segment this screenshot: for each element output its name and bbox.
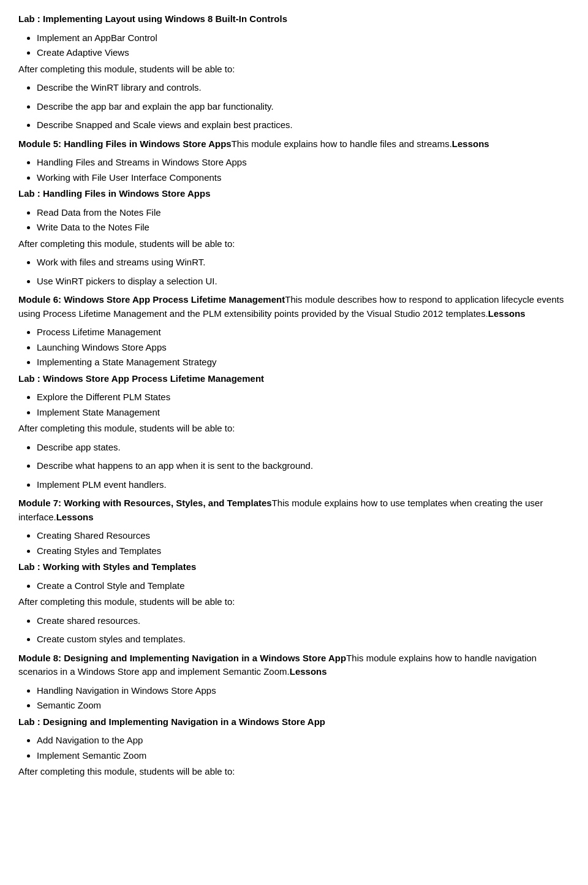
- list-item: Creating Styles and Templates: [37, 544, 570, 558]
- module-heading-2: Module 5: Handling Files in Windows Stor…: [18, 137, 570, 151]
- after-label-2: After completing this module, students w…: [18, 237, 570, 251]
- list-item: Write Data to the Notes File: [37, 221, 570, 235]
- list-item: Create Adaptive Views: [37, 46, 570, 60]
- list-item: Handling Files and Streams in Windows St…: [37, 156, 570, 170]
- lab-items-5: Add Navigation to the App Implement Sema…: [37, 734, 570, 762]
- list-item: Implement an AppBar Control: [37, 31, 570, 45]
- list-item: Implement PLM event handlers.: [37, 478, 570, 492]
- list-item: Implement Semantic Zoom: [37, 749, 570, 763]
- lab-items-4: Create a Control Style and Template: [37, 579, 570, 593]
- list-item: Process Lifetime Management: [37, 325, 570, 340]
- lab-items-2: Read Data from the Notes File Write Data…: [37, 206, 570, 235]
- section-4: Module 7: Working with Resources, Styles…: [18, 496, 570, 647]
- after-label-1: After completing this module, students w…: [18, 63, 570, 77]
- lab-heading-5: Lab : Designing and Implementing Navigat…: [18, 715, 570, 729]
- list-item: Launching Windows Store Apps: [37, 341, 570, 355]
- lab-heading-4: Lab : Working with Styles and Templates: [18, 560, 570, 574]
- lab-heading-1: Lab : Implementing Layout using Windows …: [18, 12, 570, 26]
- module-heading-3: Module 6: Windows Store App Process Life…: [18, 293, 570, 321]
- list-item: Work with files and streams using WinRT.: [37, 256, 570, 270]
- lessons-3: Process Lifetime Management Launching Wi…: [37, 325, 570, 370]
- module-heading-5: Module 8: Designing and Implementing Nav…: [18, 651, 570, 679]
- after-label-5: After completing this module, students w…: [18, 765, 570, 779]
- list-item: Describe the WinRT library and controls.: [37, 81, 570, 95]
- list-item: Describe Snapped and Scale views and exp…: [37, 118, 570, 132]
- list-item: Add Navigation to the App: [37, 734, 570, 748]
- after-label-4: After completing this module, students w…: [18, 595, 570, 609]
- list-item: Create shared resources.: [37, 614, 570, 628]
- list-item: Handling Navigation in Windows Store App…: [37, 684, 570, 698]
- list-item: Create custom styles and templates.: [37, 632, 570, 647]
- list-item: Describe what happens to an app when it …: [37, 459, 570, 473]
- after-items-4: Create shared resources. Create custom s…: [37, 614, 570, 647]
- lab-items-3: Explore the Different PLM States Impleme…: [37, 390, 570, 419]
- after-items-2: Work with files and streams using WinRT.…: [37, 256, 570, 288]
- list-item: Implement State Management: [37, 406, 570, 420]
- lessons-4: Creating Shared Resources Creating Style…: [37, 529, 570, 558]
- list-item: Read Data from the Notes File: [37, 206, 570, 220]
- section-3: Module 6: Windows Store App Process Life…: [18, 293, 570, 492]
- list-item: Explore the Different PLM States: [37, 390, 570, 405]
- list-item: Describe app states.: [37, 441, 570, 455]
- after-items-1: Describe the WinRT library and controls.…: [37, 81, 570, 132]
- lessons-5: Handling Navigation in Windows Store App…: [37, 684, 570, 713]
- list-item: Semantic Zoom: [37, 699, 570, 713]
- lab-heading-3: Lab : Windows Store App Process Lifetime…: [18, 372, 570, 386]
- section-2: Module 5: Handling Files in Windows Stor…: [18, 137, 570, 289]
- list-item: Describe the app bar and explain the app…: [37, 100, 570, 114]
- lab-heading-2: Lab : Handling Files in Windows Store Ap…: [18, 187, 570, 201]
- section-5: Module 8: Designing and Implementing Nav…: [18, 651, 570, 779]
- lessons-2: Handling Files and Streams in Windows St…: [37, 156, 570, 184]
- module-heading-4: Module 7: Working with Resources, Styles…: [18, 496, 570, 524]
- list-item: Working with File User Interface Compone…: [37, 171, 570, 185]
- list-item: Use WinRT pickers to display a selection…: [37, 275, 570, 289]
- list-item: Creating Shared Resources: [37, 529, 570, 543]
- lab-items-1: Implement an AppBar Control Create Adapt…: [37, 31, 570, 60]
- after-label-3: After completing this module, students w…: [18, 422, 570, 436]
- list-item: Implementing a State Management Strategy: [37, 355, 570, 370]
- main-content: Lab : Implementing Layout using Windows …: [18, 12, 570, 779]
- after-items-3: Describe app states. Describe what happe…: [37, 441, 570, 492]
- list-item: Create a Control Style and Template: [37, 579, 570, 593]
- section-1: Lab : Implementing Layout using Windows …: [18, 12, 570, 132]
